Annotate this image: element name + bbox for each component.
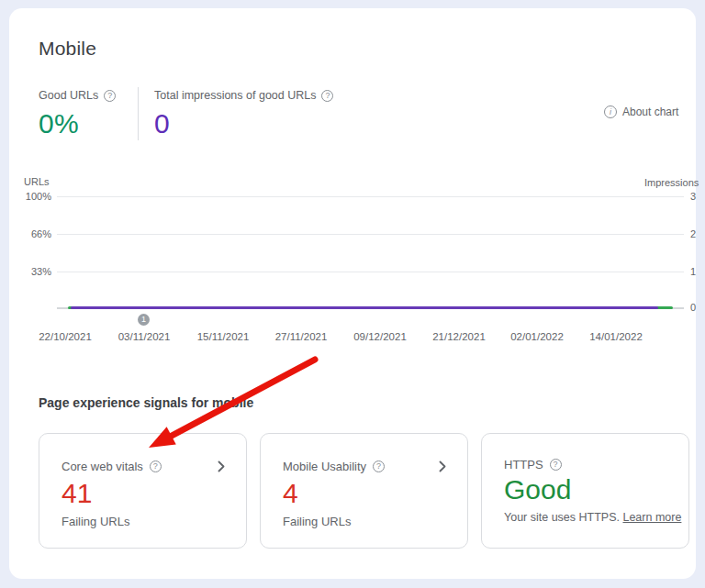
x-axis-tick: 09/12/2021 — [341, 331, 420, 342]
card-value: Good — [504, 474, 571, 505]
card-subtitle: Your site uses HTTPS. — [504, 511, 620, 524]
left-axis-title: URLs — [24, 176, 50, 187]
learn-more-link[interactable]: Learn more — [622, 511, 681, 524]
impressions-series-line — [71, 306, 658, 309]
x-axis-tick: 14/01/2022 — [576, 331, 655, 342]
gridline — [57, 272, 684, 272]
chart-point-marker[interactable]: 1 — [138, 314, 150, 326]
card-subtitle: Failing URLs — [283, 515, 351, 528]
left-axis-tick: 66% — [9, 228, 51, 239]
x-axis-tick: 02/01/2022 — [498, 331, 576, 342]
core-web-vitals-card[interactable]: Core web vitals ? 41 Failing URLs — [39, 433, 247, 549]
page-title: Mobile — [39, 38, 96, 60]
report-card: Mobile Good URLs ? 0% Total impressions … — [9, 8, 696, 579]
impressions-value: 0 — [154, 108, 333, 139]
gridline — [57, 234, 684, 235]
right-axis-title: Impressions — [644, 177, 699, 188]
about-chart-label: About chart — [622, 105, 678, 118]
help-icon[interactable]: ? — [104, 90, 116, 102]
chevron-right-icon[interactable] — [213, 458, 229, 474]
x-axis-tick: 21/12/2021 — [420, 331, 498, 342]
card-title: Mobile Usability — [283, 460, 366, 473]
help-icon[interactable]: ? — [150, 460, 162, 472]
x-axis-tick: 27/11/2021 — [262, 331, 341, 342]
left-axis-tick: 100% — [9, 191, 51, 202]
help-icon[interactable]: ? — [373, 460, 385, 472]
x-axis-tick: 03/11/2021 — [105, 331, 184, 342]
card-value: 41 — [62, 478, 92, 509]
impressions-label: Total impressions of good URLs — [154, 89, 316, 102]
x-axis-tick: 15/11/2021 — [184, 331, 263, 342]
stat-divider — [138, 87, 139, 140]
card-subtitle: Failing URLs — [62, 515, 129, 528]
x-axis-tick: 22/10/2021 — [26, 331, 105, 342]
good-urls-label: Good URLs — [39, 89, 98, 102]
card-title: Core web vitals — [62, 460, 143, 473]
card-title: HTTPS — [504, 458, 543, 472]
gridline — [57, 196, 684, 197]
good-urls-stat: Good URLs ? 0% — [39, 89, 116, 139]
https-card[interactable]: HTTPS ? Good Your site uses HTTPS. Learn… — [481, 433, 689, 549]
signals-heading: Page experience signals for mobile — [39, 395, 253, 410]
help-icon[interactable]: ? — [321, 90, 333, 102]
info-icon: i — [604, 105, 617, 118]
mobile-usability-card[interactable]: Mobile Usability ? 4 Failing URLs — [260, 433, 468, 549]
about-chart-button[interactable]: i About chart — [604, 105, 678, 118]
card-value: 4 — [283, 478, 298, 509]
left-axis-tick: 33% — [9, 266, 51, 277]
good-urls-value: 0% — [39, 108, 116, 139]
page-experience-mobile-page: { "header": { "title": "Mobile", "about_… — [0, 0, 705, 588]
help-icon[interactable]: ? — [550, 459, 562, 471]
chevron-right-icon[interactable] — [434, 458, 451, 474]
impressions-stat: Total impressions of good URLs ? 0 — [154, 89, 333, 139]
